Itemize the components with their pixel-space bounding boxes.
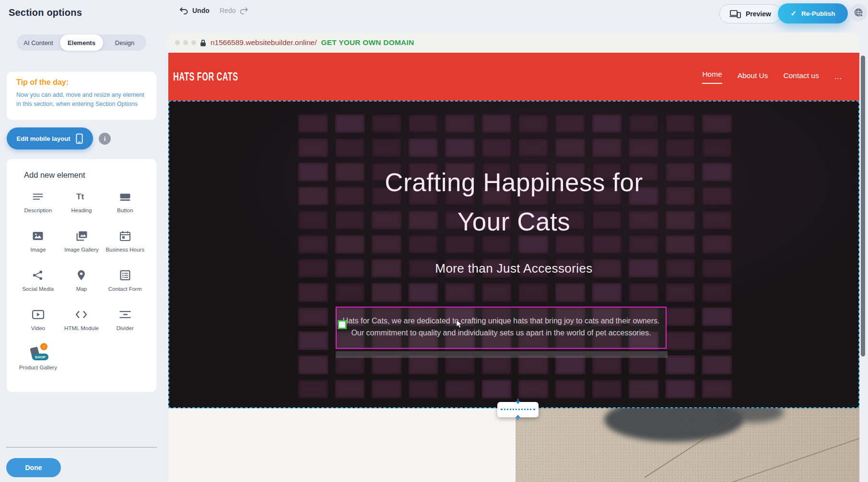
element-label: Image [30,246,46,253]
browser-chrome: n1566589.websitebuilder.online/ GET YOUR… [168,33,859,53]
tip-of-the-day-card: Tip of the day: Now you can add, move an… [7,72,156,120]
hero-tile [335,283,365,302]
hero-title[interactable]: Crafting Happiness for Your Cats [169,163,858,241]
republish-label: Re-Publish [801,10,835,17]
element-item-divider[interactable]: Divider [103,307,147,346]
element-label: Divider [117,325,134,332]
browser-dots [175,40,196,45]
hero-tile [518,138,549,157]
hero-tile [298,138,328,157]
language-globe-button[interactable] [850,4,867,21]
hero-tile [371,283,402,302]
section-resize-handle[interactable] [497,402,539,417]
lock-icon [200,39,206,46]
hero-tile [665,379,696,399]
element-label: Button [117,207,133,214]
element-label: Social Media [22,286,54,293]
hero-tile [445,355,475,374]
hero-tile [445,114,475,133]
hero-tile [481,379,512,399]
hero-tile [371,114,402,133]
nav-more-menu[interactable]: ... [834,72,842,81]
hero-tile [592,379,622,399]
undo-button[interactable]: Undo [179,7,210,14]
element-item-image-gallery[interactable]: Image Gallery [60,229,104,268]
hero-tile [592,283,622,302]
element-item-map[interactable]: Map [60,268,104,307]
devices-icon [729,10,741,18]
hero-tile [371,138,402,157]
hero-tile [408,138,439,157]
panel-tabs: AI Content Elements Design [17,34,146,51]
done-button[interactable]: Done [6,458,61,477]
social-media-icon [32,268,44,282]
nav-item-contact-us[interactable]: Contact us [784,71,819,82]
tip-title: Tip of the day: [16,78,147,87]
arrow-down-icon [515,399,521,405]
element-item-video[interactable]: Video [16,307,60,346]
info-icon[interactable]: i [99,133,111,145]
upgrade-arrow-badge: ↑ [40,343,47,350]
element-item-product-gallery[interactable]: ↑ SHOP Product Gallery [16,346,60,386]
element-label: Product Gallery [19,364,57,371]
element-item-heading[interactable]: Tt Heading [60,189,104,229]
nav-item-home[interactable]: Home [702,70,722,84]
code-icon [75,307,88,321]
arrow-up-icon [515,414,521,420]
edit-mobile-layout-button[interactable]: Edit mobile layout [7,127,93,149]
hero-tile [298,307,328,326]
element-selection-handle[interactable] [338,320,347,329]
preview-scrollbar[interactable] [861,56,865,356]
redo-label: Redo [220,7,235,14]
element-label: Contact Form [108,286,142,293]
hero-tile [371,379,402,399]
preview-button[interactable]: Preview [719,4,781,23]
description-element-selected[interactable]: Hats for Cats, we are dedicated to craft… [336,307,667,349]
hero-subtitle[interactable]: More than Just Accessories [169,261,858,276]
hero-tile [702,138,732,157]
site-logo[interactable]: HATS FOR CATS [173,70,238,83]
element-grid: Description Tt Heading Button Image Imag… [16,189,147,386]
element-label: HTML Module [64,325,99,332]
element-item-html-module[interactable]: HTML Module [60,307,104,346]
next-section[interactable] [168,408,859,482]
site-url[interactable]: n1566589.websitebuilder.online/ [211,38,317,47]
hero-tile [702,379,732,399]
hero-tile [335,138,365,157]
hero-tile [665,283,696,302]
element-item-description[interactable]: Description [16,189,60,229]
republish-button[interactable]: ✓ Re-Publish [778,3,848,23]
element-item-social-media[interactable]: Social Media [16,268,60,307]
element-item-image[interactable]: Image [16,229,60,268]
hero-tile [298,283,328,302]
tab-ai-content[interactable]: AI Content [17,34,60,51]
edit-mobile-label: Edit mobile layout [17,135,70,142]
get-domain-link[interactable]: GET YOUR OWN DOMAIN [321,38,414,47]
hero-tile [518,114,549,133]
element-item-business-hours[interactable]: Business Hours [103,229,147,268]
app: Section options Undo Redo Preview ✓ Re-P… [0,0,868,482]
hero-tile [592,355,622,374]
element-item-contact-form[interactable]: Contact Form [103,268,147,307]
site-nav: Home About Us Contact us ... [702,53,842,101]
hero-section-selected[interactable]: Crafting Happiness for Your Cats More th… [168,101,859,408]
video-icon [32,307,45,321]
nav-item-about-us[interactable]: About Us [738,71,768,82]
image-icon [32,229,44,243]
element-item-button[interactable]: Button [103,189,147,229]
hero-tile [665,307,696,326]
redo-button[interactable]: Redo [220,7,248,14]
hero-tile [481,283,512,302]
hero-tile [518,379,549,399]
hero-tile [592,138,622,157]
tab-design[interactable]: Design [103,34,146,51]
hero-tile [335,379,365,399]
preview-label: Preview [746,10,771,18]
site-header: HATS FOR CATS Home About Us Contact us .… [168,53,859,101]
tab-elements[interactable]: Elements [60,34,103,51]
tip-body: Now you can add, move and resize any ele… [16,91,147,109]
description-icon [32,189,44,204]
phone-icon [76,133,83,144]
element-label: Video [31,325,45,332]
hero-tile [665,138,696,157]
